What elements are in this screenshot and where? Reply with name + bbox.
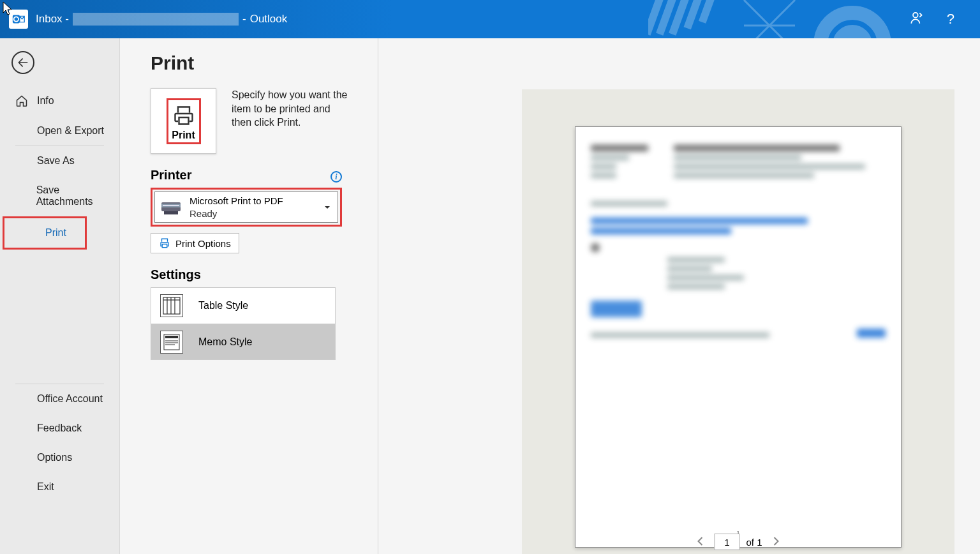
divider xyxy=(378,38,378,554)
svg-point-1 xyxy=(840,32,865,38)
printer-info-icon[interactable]: i xyxy=(330,171,342,183)
nav-open-export-label: Open & Export xyxy=(37,125,104,137)
nav-save-attachments-label: Save Attachments xyxy=(36,184,113,207)
nav-info[interactable]: Info xyxy=(0,86,119,116)
nav-exit[interactable]: Exit xyxy=(0,472,119,502)
title-prefix: Inbox - xyxy=(36,13,69,26)
pager-current-input[interactable] xyxy=(714,534,739,550)
nav-save-attachments[interactable]: Save Attachments xyxy=(0,176,119,216)
printer-section-header: Printer xyxy=(151,168,191,183)
nav-print[interactable]: Print xyxy=(3,216,87,250)
print-preview-pane: 1 of 1 xyxy=(522,89,954,554)
title-app: Outlook xyxy=(250,13,288,26)
nav-options[interactable]: Options xyxy=(0,443,119,472)
preview-pager: of 1 xyxy=(692,534,783,550)
printer-icon xyxy=(171,104,197,127)
svg-rect-13 xyxy=(163,205,179,206)
pager-next[interactable] xyxy=(769,534,784,550)
nav-save-as[interactable]: Save As xyxy=(0,146,119,176)
printer-device-icon xyxy=(160,198,182,216)
pager-prev[interactable] xyxy=(692,534,708,550)
settings-section-header: Settings xyxy=(151,267,380,282)
svg-rect-6 xyxy=(699,0,732,24)
arrow-left-icon xyxy=(17,56,29,69)
nav-info-label: Info xyxy=(37,95,54,107)
title-sep: - xyxy=(242,13,246,26)
window-title: Inbox - - Outlook xyxy=(36,13,287,26)
nav-save-as-label: Save As xyxy=(37,155,75,167)
nav-exit-label: Exit xyxy=(37,481,54,493)
print-description: Specify how you want the item to be prin… xyxy=(232,88,353,130)
svg-point-10 xyxy=(913,13,918,18)
titlebar: Inbox - - Outlook ? xyxy=(0,0,980,38)
backstage-sidebar: Info Open & Export Save As Save Attachme… xyxy=(0,38,120,554)
account-icon[interactable] xyxy=(909,10,925,29)
nav-options-label: Options xyxy=(37,452,72,463)
preview-page: 1 xyxy=(575,126,902,548)
chevron-right-icon xyxy=(773,537,780,546)
pager-of-total: of 1 xyxy=(746,537,762,548)
title-account-redacted xyxy=(73,13,239,26)
nav-feedback-label: Feedback xyxy=(37,423,82,434)
style-memo-label: Memo Style xyxy=(198,336,252,348)
nav-office-account-label: Office Account xyxy=(37,393,103,405)
svg-rect-14 xyxy=(164,211,178,214)
nav-office-account[interactable]: Office Account xyxy=(0,384,119,414)
print-options-label: Print Options xyxy=(175,238,231,249)
printer-dropdown[interactable]: Microsoft Print to PDF Ready xyxy=(154,191,338,223)
style-memo[interactable]: Memo Style xyxy=(151,324,335,359)
style-table[interactable]: Table Style xyxy=(151,288,335,324)
printer-name: Microsoft Print to PDF xyxy=(189,195,283,207)
nav-feedback[interactable]: Feedback xyxy=(0,414,119,443)
page-title: Print xyxy=(151,52,980,74)
print-button[interactable]: Print xyxy=(151,88,216,154)
print-backstage-main: Print Print Specify how you want the ite… xyxy=(120,38,980,554)
back-button[interactable] xyxy=(11,51,34,74)
printer-status: Ready xyxy=(189,207,283,220)
nav-open-export[interactable]: Open & Export xyxy=(0,116,119,146)
preview-content-blurred xyxy=(591,145,886,341)
svg-rect-21 xyxy=(165,336,178,338)
print-options-button[interactable]: Print Options xyxy=(151,233,239,253)
home-icon xyxy=(15,94,28,107)
memo-style-icon xyxy=(160,331,183,354)
nav-print-label: Print xyxy=(45,227,66,239)
print-style-list: Table Style Memo Style xyxy=(151,287,336,360)
print-button-label: Print xyxy=(172,130,195,141)
chevron-down-icon xyxy=(323,204,331,211)
style-table-label: Table Style xyxy=(198,300,248,311)
chevron-left-icon xyxy=(696,537,704,546)
table-style-icon xyxy=(160,294,183,317)
mouse-cursor-icon xyxy=(3,1,13,17)
printer-dropdown-highlight: Microsoft Print to PDF Ready xyxy=(151,188,342,227)
print-options-icon xyxy=(159,237,170,249)
help-icon[interactable]: ? xyxy=(947,11,954,27)
